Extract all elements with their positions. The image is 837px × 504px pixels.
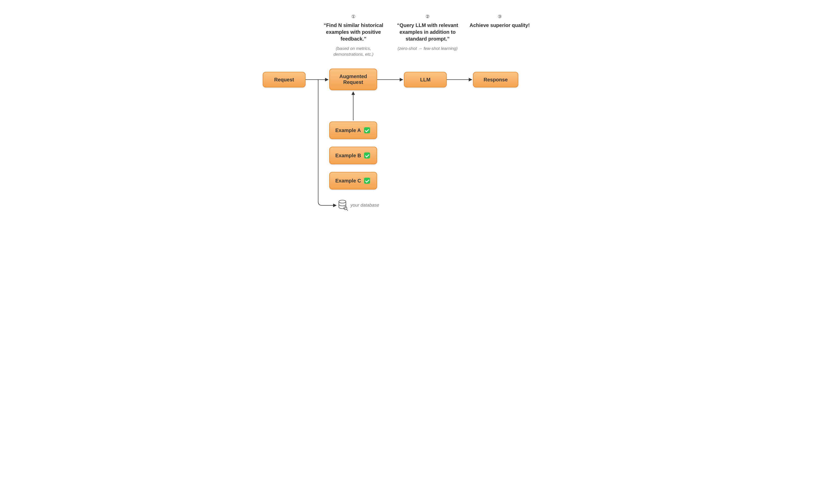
step-2-subtitle: (zero-shot → few-shot learning) xyxy=(392,46,463,52)
node-llm: LLM xyxy=(404,72,447,87)
node-response: Response xyxy=(473,72,518,87)
diagram-canvas: ① “Find N similar historical examples wi… xyxy=(225,0,612,233)
step-1-subtitle: (based on metrics, demonstrations, etc.) xyxy=(321,46,386,57)
step-2-title: “Query LLM with relevant examples in add… xyxy=(392,22,463,42)
step-3-header: ③ Achieve superior quality! xyxy=(467,14,532,29)
node-example-b: Example B xyxy=(329,147,377,164)
node-augmented-request: Augmented Request xyxy=(329,69,377,90)
database-icon xyxy=(338,200,348,212)
database-label: your database xyxy=(351,203,379,208)
node-example-c-label: Example C xyxy=(335,178,361,184)
step-1-header: ① “Find N similar historical examples wi… xyxy=(321,14,386,57)
step-3-number: ③ xyxy=(467,14,532,19)
step-2-header: ② “Query LLM with relevant examples in a… xyxy=(392,14,463,52)
check-icon xyxy=(364,152,370,159)
node-example-c: Example C xyxy=(329,172,377,190)
node-example-a-label: Example A xyxy=(335,127,361,133)
step-1-number: ① xyxy=(321,14,386,19)
svg-point-0 xyxy=(339,200,346,203)
node-response-label: Response xyxy=(483,77,508,83)
node-example-a: Example A xyxy=(329,122,377,139)
step-2-number: ② xyxy=(392,14,463,19)
node-llm-label: LLM xyxy=(420,77,430,83)
svg-line-2 xyxy=(346,209,348,211)
check-icon xyxy=(364,127,370,133)
node-request: Request xyxy=(263,72,306,87)
step-1-title: “Find N similar historical examples with… xyxy=(321,22,386,42)
node-augmented-request-label: Augmented Request xyxy=(334,74,372,85)
node-example-b-label: Example B xyxy=(335,153,361,159)
node-request-label: Request xyxy=(274,77,294,83)
check-icon xyxy=(364,178,370,184)
step-3-title: Achieve superior quality! xyxy=(467,22,532,29)
